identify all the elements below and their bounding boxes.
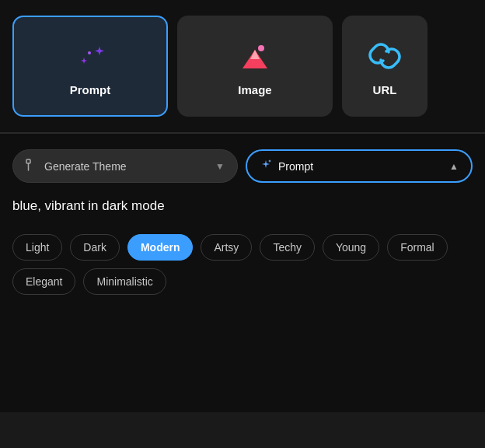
sparkle-icon bbox=[71, 37, 110, 75]
prompt-display-text: blue, vibrant in dark mode bbox=[12, 197, 473, 215]
chip-elegant[interactable]: Elegant bbox=[12, 268, 75, 295]
generate-theme-button[interactable]: Generate Theme ▼ bbox=[12, 149, 238, 183]
wand-icon bbox=[26, 159, 38, 174]
chip-light[interactable]: Light bbox=[12, 234, 62, 261]
prompt-mode-button[interactable]: Prompt ▲ bbox=[246, 149, 473, 183]
svg-point-0 bbox=[88, 51, 91, 54]
prompt-mode-label: Prompt bbox=[278, 160, 313, 173]
chip-minimalistic[interactable]: Minimalistic bbox=[83, 268, 166, 295]
mountain-icon bbox=[236, 37, 274, 75]
prompt-card[interactable]: Prompt bbox=[12, 16, 168, 117]
url-card-label: URL bbox=[373, 83, 397, 96]
url-card[interactable]: URL bbox=[342, 16, 427, 117]
generate-theme-label: Generate Theme bbox=[44, 160, 127, 173]
sparkles-small-icon bbox=[260, 159, 272, 173]
bottom-panel: Generate Theme ▼ Prompt ▲ blue, vibrant … bbox=[0, 132, 485, 412]
chips-container: LightDarkModernArtsyTechyYoungFormalEleg… bbox=[12, 234, 473, 295]
svg-point-1 bbox=[258, 45, 264, 51]
svg-marker-3 bbox=[250, 50, 260, 59]
cards-section: Prompt Image URL bbox=[0, 0, 485, 132]
chip-dark[interactable]: Dark bbox=[70, 234, 120, 261]
link-icon bbox=[365, 37, 404, 75]
generate-chevron-icon: ▼ bbox=[215, 161, 225, 172]
chip-modern[interactable]: Modern bbox=[127, 234, 194, 261]
prompt-card-label: Prompt bbox=[70, 83, 111, 96]
image-card-label: Image bbox=[238, 83, 271, 96]
chip-formal[interactable]: Formal bbox=[387, 234, 448, 261]
chip-young[interactable]: Young bbox=[323, 234, 379, 261]
controls-row: Generate Theme ▼ Prompt ▲ bbox=[12, 149, 473, 183]
image-card[interactable]: Image bbox=[177, 16, 333, 117]
prompt-chevron-icon: ▲ bbox=[449, 161, 459, 172]
chip-techy[interactable]: Techy bbox=[260, 234, 315, 261]
chip-artsy[interactable]: Artsy bbox=[201, 234, 252, 261]
